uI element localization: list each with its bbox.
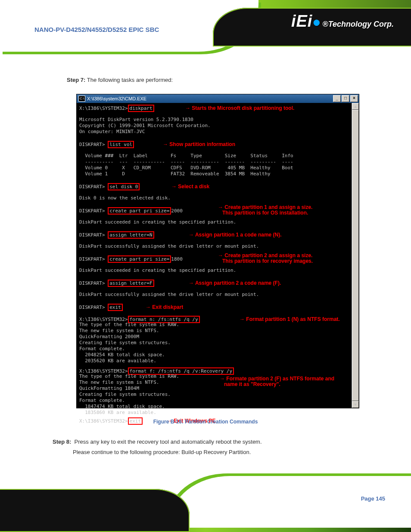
- prompt: DISKPART>: [79, 305, 108, 310]
- maximize-button[interactable]: □: [342, 95, 349, 102]
- cmd-exit-diskpart: exit: [108, 304, 123, 311]
- output-line: DiskPart successfully assigned the drive…: [79, 292, 350, 298]
- anno-arrow-3: → Select a disk: [171, 184, 209, 190]
- output-line: 1835860 KB are available.: [79, 410, 350, 416]
- prompt: DISKPART>: [79, 184, 108, 190]
- anno-arrow-6: → Create partition 2 and assign a size. …: [218, 253, 313, 264]
- output-line: Format complete.: [79, 346, 350, 352]
- output-line: On computer: MININT-JVC: [79, 129, 350, 135]
- output-line: 2048254 KB total disk space.: [79, 352, 350, 358]
- step-8-text: Step 8: Press any key to exit the recove…: [53, 437, 368, 457]
- output-line: QuickFormatting 1804M: [79, 386, 350, 392]
- anno-arrow-8: → Exit diskpart: [146, 305, 183, 310]
- cmd-diskpart: diskpart: [128, 105, 154, 112]
- cmd-createpart1: create part pri size=: [108, 207, 171, 215]
- output-line: Disk 0 is now the selected disk.: [79, 195, 350, 201]
- logo-tagline: ®Technology Corp.: [322, 20, 394, 28]
- anno-arrow-2: → Show partition information: [163, 142, 235, 147]
- company-logo: iEi• ®Technology Corp.: [291, 12, 394, 31]
- output-line: Creating file system structures.: [79, 340, 350, 346]
- step-8-line2: Please continue to the following procedu…: [73, 449, 251, 455]
- close-button[interactable]: ×: [350, 95, 358, 102]
- step-8-line1: Press any key to exit the recovery tool …: [75, 439, 262, 445]
- page-footer: Page 145: [0, 472, 411, 532]
- minimize-button[interactable]: _: [333, 95, 341, 102]
- output-line: DiskPart succeeded in creating the speci…: [79, 219, 350, 225]
- step-8-label: Step 8:: [53, 439, 71, 445]
- anno-arrow-4: → Create partition 1 and assign a size. …: [218, 205, 312, 216]
- anno-arrow-5: → Assign partition 1 a code name (N).: [189, 232, 282, 238]
- step-7-content: The following tasks are performed:: [87, 77, 173, 83]
- output-line: Format complete.: [79, 398, 350, 404]
- prompt: DISKPART>: [79, 280, 108, 286]
- cmd-window: C:\ X:\I386\system32\CMD.EXE _ □ × ▲ ▼ X…: [76, 94, 359, 408]
- prompt: DISKPART>: [79, 142, 108, 147]
- logo-text: iEi: [291, 12, 312, 30]
- output-line: Microsoft DiskPart version 5.2.3790.1830: [79, 117, 350, 123]
- output-line: Creating file system structures.: [79, 392, 350, 398]
- output-line: The new file system is NTFS.: [79, 380, 350, 386]
- page-header: iEi• ®Technology Corp. NANO-PV-D4252/N45…: [0, 0, 411, 56]
- table-divider: ---------- --- ----------- ----- -------…: [79, 159, 350, 165]
- output-line: QuickFormatting 2000M: [79, 334, 350, 340]
- footer-swoosh-left: [0, 489, 190, 532]
- cmd-assign-n: assign letter=N: [108, 231, 154, 239]
- cmd-listvol: list vol: [108, 141, 134, 148]
- cmd-titlebar: C:\ X:\I386\system32\CMD.EXE _ □ ×: [77, 94, 359, 103]
- cmd-seldisk: sel disk 0: [108, 183, 140, 190]
- prompt: DISKPART>: [79, 232, 108, 238]
- output-line: 2035620 KB are available.: [79, 358, 350, 364]
- size-value: 2000: [171, 208, 183, 214]
- cmd-title: X:\I386\system32\CMD.EXE: [87, 96, 146, 101]
- output-line: The new file system is NTFS.: [79, 328, 350, 334]
- step-7-text: Step 7: The following tasks are performe…: [67, 77, 173, 83]
- output-line: DiskPart successfully assigned the drive…: [79, 243, 350, 249]
- output-line: 1847474 KB total disk space.: [79, 404, 350, 410]
- output-line: Copyright (C) 1999-2001 Microsoft Corpor…: [79, 123, 350, 129]
- output-line: DiskPart succeeded in creating the speci…: [79, 268, 350, 274]
- table-row: Volume 1 D FAT32 Removeable 3854 MB Heal…: [79, 171, 350, 177]
- prompt: X:\I386\SYSTEM32>: [79, 106, 128, 111]
- footer-swoosh-right: [170, 476, 411, 528]
- cmd-icon: C:\: [78, 96, 85, 102]
- document-title: NANO-PV-D4252/N4552/D5252 EPIC SBC: [34, 26, 159, 33]
- figure-caption: Figure B-16: Partition Creation Commands: [0, 419, 411, 425]
- step-7-label: Step 7:: [67, 77, 85, 83]
- anno-arrow-7: → Assign partition 2 a code name (F).: [189, 280, 281, 286]
- cmd-createpart2: create part pri size=: [108, 255, 171, 263]
- prompt: DISKPART>: [79, 256, 108, 262]
- table-row: Volume 0 X CD_ROM CDFS DVD-ROM 405 MB He…: [79, 165, 350, 171]
- anno-arrow-1: → Starts the Microsoft disk partitioning…: [185, 106, 294, 111]
- page-number: Page 145: [361, 495, 385, 502]
- output-line: The type of the file system is RAW.: [79, 322, 350, 328]
- table-header: Volume ### Ltr Label Fs Type Size Status…: [79, 153, 350, 159]
- cmd-output: X:\I386\SYSTEM32>diskpart → Starts the M…: [77, 103, 359, 408]
- prompt: DISKPART>: [79, 208, 108, 214]
- logo-dot-icon: •: [312, 10, 321, 34]
- size-value: 1800: [171, 256, 183, 262]
- cmd-assign-f: assign letter=F: [108, 280, 154, 287]
